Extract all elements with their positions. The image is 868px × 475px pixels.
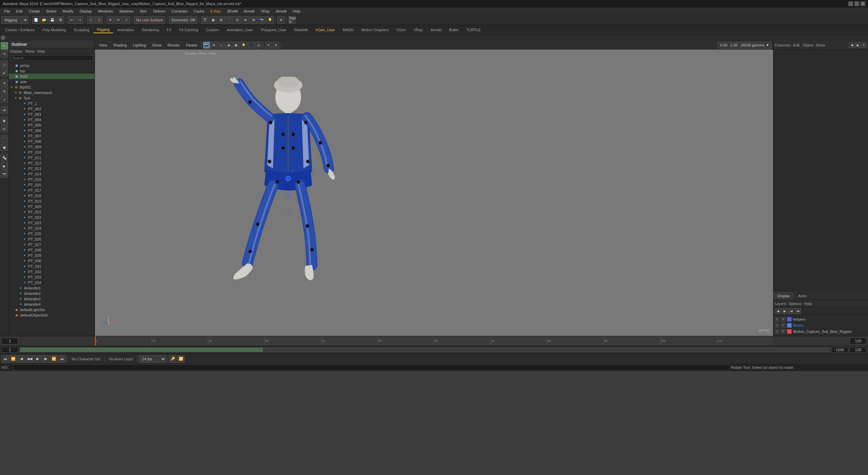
shelf-tab-custom[interactable]: Custom [202, 26, 222, 33]
shelf-tab-curves[interactable]: Curves / Surfaces [1, 26, 38, 33]
current-frame-input[interactable] [1, 338, 18, 344]
menu-select[interactable]: Select [43, 8, 59, 14]
shelf-tab-animation[interactable]: Animation [114, 26, 138, 33]
save-as-btn[interactable]: 🖫 [57, 16, 64, 24]
mode-dropdown[interactable]: Rigging [1, 16, 28, 24]
menu-modify[interactable]: Modify [60, 8, 76, 14]
menu-arnold2[interactable]: Arnold [241, 8, 257, 14]
menu-edit[interactable]: Edit [14, 8, 25, 14]
move-tool[interactable]: ✛ [1, 79, 8, 87]
universal-tool[interactable]: ⊕ [1, 106, 8, 114]
tree-item-PT_020[interactable]: ✦PT_020 [9, 204, 95, 209]
layers-menu-options[interactable]: Options [789, 302, 802, 306]
outliner-menu-display[interactable]: Display [10, 49, 22, 53]
tree-item-PT_034[interactable]: ✦PT_034 [9, 280, 95, 285]
tree-item-PT_021[interactable]: ✦PT_021 [9, 209, 95, 215]
cmd-input[interactable] [13, 364, 730, 370]
vp-wireframe-btn[interactable]: ◻ [218, 42, 225, 49]
menu-windows[interactable]: Windows [95, 8, 116, 14]
vp-grid-btn[interactable]: ⊞ [211, 42, 217, 49]
end-frame-input[interactable] [850, 338, 867, 344]
tree-item-PT_007[interactable]: ✦PT_007 [9, 133, 95, 139]
shelf-tab-arnold[interactable]: Arnold [427, 26, 445, 33]
tree-item-PT_010[interactable]: ✦PT_010 [9, 150, 95, 155]
menu-cache[interactable]: Cache [191, 8, 207, 14]
snap-view-btn[interactable]: ⊞ [250, 16, 257, 24]
tree-item-PT_023[interactable]: ✦PT_023 [9, 220, 95, 226]
tree-item-PT_003[interactable]: ✦PT_003 [9, 112, 95, 117]
vp-menu-shading[interactable]: Shading [111, 42, 130, 48]
time-track[interactable]: 0102030405060708090100110120 [95, 336, 773, 346]
time-slider[interactable]: 0102030405060708090100110120 [0, 336, 868, 346]
snap-point-btn[interactable]: ⊕ [242, 16, 249, 24]
vp-camera-btn[interactable]: 📷 [203, 42, 210, 49]
tree-item-Suit[interactable]: ▼⊞Suit [9, 95, 95, 101]
tree-item-side[interactable]: ▣side [9, 79, 95, 84]
shelf-tab-bullet[interactable]: Bullet [446, 26, 462, 33]
menu-vray[interactable]: VRay [258, 8, 273, 14]
paint-tool[interactable]: 🖌 [1, 69, 8, 76]
tree-item-PT_012[interactable]: ✦PT_012 [9, 160, 95, 166]
surface-tool[interactable]: ▣ [1, 144, 8, 151]
tree-item-PT_005[interactable]: ✦PT_005 [9, 122, 95, 128]
prev-layer-btn[interactable]: ◀ [775, 308, 781, 314]
camera-btn[interactable]: 📷 [258, 16, 265, 24]
tree-item-ikHandle3[interactable]: ✦ikHandle3 [9, 296, 95, 302]
prev-frame-btn[interactable]: ◀ [18, 355, 25, 363]
vp-menu-lighting[interactable]: Lighting [130, 42, 149, 48]
vp-menu-view[interactable]: View [96, 42, 110, 48]
shelf-tab-mash[interactable]: MASH [339, 26, 357, 33]
range-end-input[interactable] [850, 347, 867, 353]
shelf-tab-poly-user[interactable]: Polygons_User [257, 26, 290, 33]
go-start-btn[interactable]: ⏮ [1, 355, 9, 363]
select-tool[interactable]: ↖ [1, 42, 8, 50]
shelf-tab-sculpting[interactable]: Sculpting [70, 26, 93, 33]
tree-item-defaultLightSet[interactable]: ◉defaultLightSet [9, 307, 95, 312]
tree-item-PT_006[interactable]: ✦PT_006 [9, 128, 95, 133]
menu-arnold3[interactable]: Arnold [273, 8, 290, 14]
tree-item-PT_025[interactable]: ✦PT_025 [9, 231, 95, 236]
lasso-btn[interactable]: ◻ [95, 16, 103, 24]
outliner-tree[interactable]: ▣persp▣top▣front▣side▼⊞Bip001▼⊞Male_mann… [9, 62, 95, 336]
menu-help[interactable]: Help [290, 8, 303, 14]
shelf-tab-motion[interactable]: Motion Graphics [358, 26, 392, 33]
menu-eray[interactable]: E-Ray [208, 8, 224, 14]
snap-surface-btn[interactable]: ⊡ [234, 16, 241, 24]
select-tool-btn[interactable]: ⬡ [87, 16, 95, 24]
save-file-btn[interactable]: 💾 [48, 16, 56, 24]
shelf-tab-poly[interactable]: Poly Modeling [39, 26, 70, 33]
maximize-button[interactable]: □ [854, 1, 859, 6]
small-dot-btn[interactable]: • [1, 35, 5, 40]
pause-btn[interactable]: ⏸ [277, 16, 285, 24]
range-track[interactable] [20, 347, 830, 352]
tree-item-PT_008[interactable]: ✦PT_008 [9, 139, 95, 144]
outliner-menu-help[interactable]: Help [37, 49, 45, 53]
tree-item-ikHandle2[interactable]: ✦ikHandle2 [9, 291, 95, 296]
prev-key-btn[interactable]: ⏪ [9, 355, 17, 363]
close-button[interactable]: ✕ [861, 1, 865, 6]
shelf-tab-rendering[interactable]: Rendering [138, 26, 163, 33]
rigging-tool[interactable]: 🦴 [1, 154, 8, 162]
viewport-content[interactable]: + + + + + + + + X Y Z persp [95, 50, 773, 336]
layer-play-helpers[interactable]: P [781, 317, 786, 322]
tree-item-ikHandle4[interactable]: ✦ikHandle4 [9, 302, 95, 307]
go-end-btn[interactable]: ⏭ [58, 355, 66, 363]
loop-btn[interactable]: 🔁 [177, 355, 185, 363]
rph-show[interactable]: Show [816, 43, 825, 47]
shelf-tab-turtle[interactable]: TURTLE [462, 26, 485, 33]
outliner-menu-show[interactable]: Show [25, 49, 35, 53]
new-file-btn[interactable]: 📄 [32, 16, 40, 24]
anim-tool[interactable]: ▶ [1, 162, 8, 170]
tree-item-PT_033[interactable]: ✦PT_033 [9, 274, 95, 280]
tree-item-PT_027[interactable]: ✦PT_027 [9, 242, 95, 247]
tree-item-PT_032[interactable]: ✦PT_032 [9, 269, 95, 274]
play-back-btn[interactable]: ◀◀ [26, 355, 33, 363]
tree-item-PT_031[interactable]: ✦PT_031 [9, 264, 95, 269]
layers-menu-help[interactable]: Help [804, 302, 812, 306]
vp-display-btn[interactable]: ⊕ [273, 42, 279, 49]
shelf-tab-fitcaching[interactable]: Fit Caching [176, 26, 202, 33]
tree-item-PT_026[interactable]: ✦PT_026 [9, 236, 95, 242]
sign-in-btn[interactable]: Sign In [289, 16, 296, 24]
rph-channels[interactable]: Channels [775, 43, 790, 47]
render-region-btn[interactable]: ▣ [209, 16, 217, 24]
